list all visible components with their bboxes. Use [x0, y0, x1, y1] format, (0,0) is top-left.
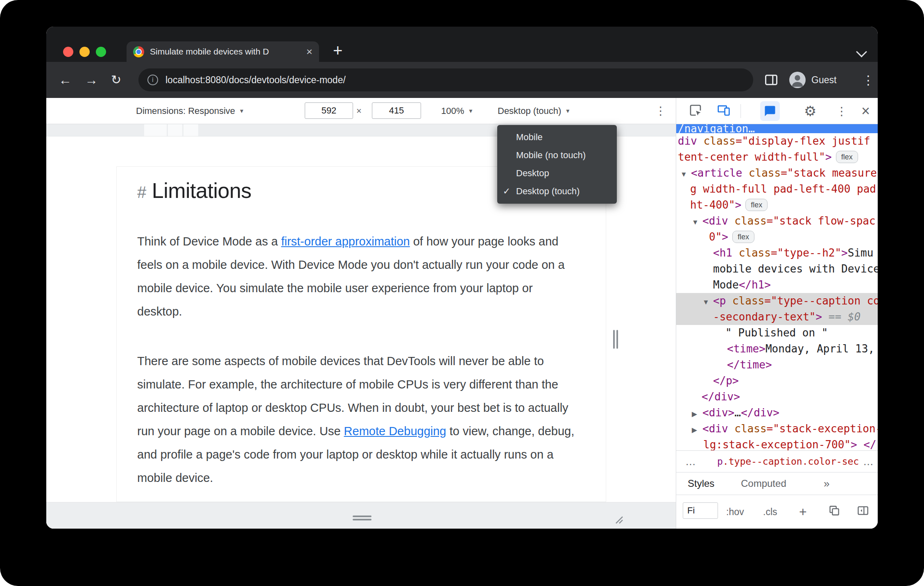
dom-tree-line[interactable]: -secondary-text"> == $0 [676, 309, 878, 325]
code-token: 0" [709, 231, 722, 243]
dom-tree-line[interactable]: </p> [676, 373, 878, 389]
menu-item-mobile-no-touch[interactable]: Mobile (no touch) [497, 146, 617, 164]
forward-button[interactable] [85, 73, 98, 86]
code-token: > [735, 199, 742, 211]
browser-menu-button[interactable] [862, 73, 874, 87]
guest-label[interactable]: Guest [811, 62, 836, 98]
copy-styles-icon[interactable] [829, 505, 840, 519]
expand-arrow-icon[interactable]: ▶ [692, 406, 702, 422]
dom-tree-line[interactable]: ▼<article class="stack measure [676, 165, 878, 181]
code-token: > [815, 311, 822, 323]
devtools-menu-button[interactable] [836, 104, 847, 118]
styles-tab-bar: Styles Computed » [676, 472, 878, 495]
tab-close-icon[interactable] [306, 46, 313, 57]
expand-arrow-icon[interactable]: ▶ [692, 422, 702, 438]
reload-button[interactable] [111, 74, 121, 86]
breadcrumb-more-right[interactable]: … [863, 455, 874, 468]
dom-tree-line[interactable]: ▼<div class="stack flow-spac [676, 213, 878, 229]
tab-styles[interactable]: Styles [688, 478, 714, 489]
styles-filter-input[interactable] [683, 502, 718, 519]
dom-tree-line[interactable]: 0">flex [676, 229, 878, 245]
heading-anchor-hash[interactable]: # [137, 183, 146, 201]
toggle-sidebar-icon[interactable] [857, 505, 869, 519]
dom-tree-line[interactable]: </time> [676, 357, 878, 373]
chat-bubble-icon[interactable] [760, 101, 780, 121]
code-token: > [722, 231, 728, 243]
address-bar[interactable]: localhost:8080/docs/devtools/device-mode… [138, 68, 753, 91]
dimensions-select[interactable]: Dimensions: Responsive [136, 98, 243, 124]
dom-tree-line[interactable]: ▼<p class="type--caption co [676, 293, 878, 309]
code-token: Simu [848, 247, 874, 259]
menu-item-desktop[interactable]: Desktop [497, 164, 617, 182]
browser-toolbar: localhost:8080/docs/devtools/device-mode… [46, 62, 878, 98]
content-link[interactable]: first-order approximation [281, 235, 410, 248]
viewport-resize-handle-bottom[interactable] [353, 516, 371, 521]
menu-item-label: Mobile (no touch) [516, 150, 586, 161]
dom-tree-line[interactable]: Mode</h1> [676, 277, 878, 293]
viewport-resize-corner[interactable] [612, 513, 623, 526]
breadcrumb-selected[interactable]: p.type--caption.color-sec [717, 456, 859, 467]
new-tab-button[interactable] [333, 42, 342, 59]
tab-search-chevron-icon[interactable] [856, 46, 867, 57]
dom-tree-line[interactable]: <h1 class="type--h2">Simu [676, 245, 878, 261]
dom-tree-line[interactable]: <time>Monday, April 13, [676, 341, 878, 357]
breadcrumb-more-left[interactable]: … [685, 455, 696, 468]
dom-tree-line[interactable]: g width-full pad-left-400 pad [676, 181, 878, 197]
back-button[interactable] [59, 73, 72, 86]
content-link[interactable]: Remote Debugging [344, 425, 446, 438]
dom-tree-line[interactable]: /navigation… [676, 124, 878, 133]
device-toolbar-icon[interactable] [717, 104, 730, 118]
close-window-button[interactable] [63, 47, 73, 57]
code-token: div [678, 135, 697, 147]
dom-tree-line[interactable]: div class="display-flex justif [676, 133, 878, 149]
dom-tree-line[interactable]: mobile devices with Device [676, 261, 878, 277]
menu-item-label: Desktop [516, 168, 549, 179]
side-panel-icon[interactable] [764, 73, 779, 89]
code-token: </div> [741, 407, 779, 419]
toggle-hover-state-button[interactable]: :hov [726, 507, 744, 518]
code-token: tent-center width-full" [678, 151, 825, 163]
width-input[interactable] [305, 102, 353, 119]
code-token: -secondary-text" [713, 311, 815, 323]
site-info-icon[interactable] [147, 75, 158, 85]
menu-item-desktop-touch[interactable]: ✓Desktop (touch) [497, 182, 617, 200]
inspect-icon[interactable] [689, 104, 702, 118]
device-toolbar-menu-button[interactable] [655, 98, 666, 124]
dom-tree-line[interactable]: ht-400">flex [676, 197, 878, 213]
code-token: class [749, 167, 781, 179]
flex-badge[interactable]: flex [745, 199, 768, 211]
dom-tree-line[interactable]: ▶<div class="stack-exception- [676, 421, 878, 437]
toggle-classes-button[interactable]: .cls [763, 507, 777, 518]
dom-tree-line[interactable]: tent-center width-full">flex [676, 149, 878, 165]
dom-tree-line[interactable]: lg:stack-exception-700"> </ [676, 437, 878, 450]
zoom-window-button[interactable] [96, 47, 106, 57]
minimize-window-button[interactable] [79, 47, 90, 57]
device-type-select[interactable]: Desktop (touch) [498, 98, 569, 124]
tabs-more-icon[interactable]: » [824, 477, 829, 490]
new-style-rule-button[interactable]: + [799, 504, 807, 520]
flex-badge[interactable]: flex [732, 231, 754, 243]
avatar[interactable] [789, 72, 806, 88]
collapse-arrow-icon[interactable]: ▼ [702, 294, 713, 310]
browser-tab[interactable]: Simulate mobile devices with D [127, 41, 319, 62]
flex-badge[interactable]: flex [836, 151, 858, 163]
code-token: </h1> [739, 279, 771, 291]
code-token: > [841, 247, 848, 259]
dom-tree-line[interactable]: ▶<div>…</div> [676, 405, 878, 421]
dom-tree-line[interactable]: </div> [676, 389, 878, 405]
collapse-arrow-icon[interactable]: ▼ [692, 214, 702, 230]
height-input[interactable] [372, 102, 421, 119]
collapse-arrow-icon[interactable]: ▼ [680, 166, 691, 182]
dom-tree-line[interactable]: " Published on " [676, 325, 878, 341]
zoom-select[interactable]: 100% [441, 98, 472, 124]
devtools-close-button[interactable] [861, 102, 870, 120]
menu-item-mobile[interactable]: Mobile [497, 128, 617, 146]
settings-gear-icon[interactable] [804, 103, 816, 119]
code-token: class [704, 135, 736, 147]
dimensions-label: Dimensions: Responsive [136, 106, 235, 116]
viewport-resize-handle-right[interactable] [613, 330, 619, 349]
tab-computed[interactable]: Computed [741, 478, 786, 489]
code-token: ="stack flow-spac [767, 215, 876, 227]
page-content: #Limitations Think of Device Mode as a f… [116, 166, 606, 502]
code-token: <h1 [713, 247, 732, 259]
